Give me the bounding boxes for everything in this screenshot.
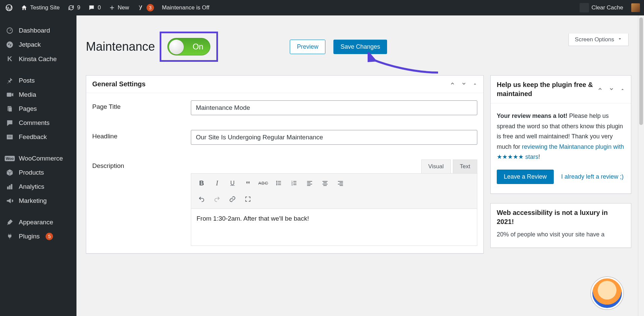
svg-rect-11 [11, 184, 12, 189]
svg-rect-13 [278, 181, 281, 182]
sidebar-item-label: Posts [19, 77, 35, 84]
wordpress-icon [5, 4, 13, 11]
svg-text:3: 3 [291, 184, 293, 186]
svg-point-14 [276, 182, 277, 183]
editor-tab-text[interactable]: Text [453, 160, 477, 173]
italic-icon[interactable]: I [210, 176, 224, 190]
new-label: New [118, 4, 129, 11]
screen-options-toggle[interactable]: Screen Options [569, 34, 629, 46]
underline-icon[interactable]: U [225, 176, 239, 190]
redo-icon[interactable] [210, 192, 224, 206]
maintenance-toggle[interactable]: On [167, 38, 210, 55]
sidebar-item-label: WooCommerce [19, 155, 63, 162]
clear-cache-label: Clear Cache [592, 4, 624, 11]
review-lead-tail: ! [538, 153, 540, 160]
seo-link[interactable]: 3 [133, 0, 158, 15]
new-link[interactable]: New [105, 0, 133, 15]
svg-rect-27 [307, 185, 311, 186]
svg-rect-15 [278, 183, 281, 183]
panel-down-icon[interactable] [609, 86, 614, 93]
svg-rect-26 [307, 184, 312, 185]
svg-rect-35 [340, 185, 343, 186]
refresh-icon [68, 4, 74, 11]
site-name-link[interactable]: Testing Site [17, 0, 64, 15]
clear-cache-link[interactable]: Clear Cache [576, 0, 628, 15]
bulleted-list-icon[interactable] [272, 176, 286, 190]
screen-options-label: Screen Options [575, 36, 614, 43]
preview-label: Preview [297, 43, 318, 50]
save-changes-button[interactable]: Save Changes [333, 40, 387, 54]
sidebar-item-dashboard[interactable]: Dashboard [0, 24, 76, 38]
sidebar-item-products[interactable]: Products [0, 166, 76, 180]
sidebar-item-marketing[interactable]: Marketing [0, 194, 76, 208]
preview-button[interactable]: Preview [290, 40, 325, 54]
svg-point-2 [7, 42, 13, 48]
wp-logo[interactable] [1, 0, 17, 15]
sidebar-item-analytics[interactable]: Analytics [0, 180, 76, 194]
site-name: Testing Site [30, 4, 60, 11]
plus-icon [109, 5, 115, 11]
plug-icon [5, 233, 14, 240]
mascot-icon[interactable] [591, 277, 623, 309]
undo-icon[interactable] [195, 192, 209, 206]
sidebar-item-media[interactable]: Media [0, 88, 76, 102]
sidebar-item-kinsta[interactable]: KKinsta Cache [0, 52, 76, 66]
panel-up-icon[interactable] [597, 86, 603, 93]
strike-icon[interactable]: ABC [256, 176, 270, 190]
svg-rect-34 [338, 184, 343, 185]
page-actions: Preview Save Changes [290, 40, 387, 54]
sidebar-item-label: Appearance [19, 219, 53, 226]
maintenance-status-link[interactable]: Maintenance is Off [158, 0, 213, 15]
sidebar-item-label: Dashboard [19, 27, 50, 34]
pages-icon [5, 105, 14, 112]
svg-rect-5 [9, 107, 12, 111]
toggle-knob [169, 40, 184, 54]
accessibility-teaser: 20% of people who visit your site have a [497, 231, 604, 238]
already-reviewed-link[interactable]: I already left a review ;) [561, 172, 624, 182]
bold-icon[interactable]: B [195, 176, 209, 190]
panel-collapse-icon[interactable] [473, 80, 477, 88]
description-editor[interactable]: From 1:30-2am. After that we'll be back! [191, 209, 477, 246]
page-title-label: Page Title [92, 100, 183, 110]
sidebar-item-woocommerce[interactable]: WooWooCommerce [0, 151, 76, 166]
svg-rect-24 [307, 181, 312, 182]
chevron-down-icon [618, 36, 622, 43]
panel-collapse-icon[interactable] [620, 86, 625, 93]
general-settings-panel: General Settings Page Title Headline [86, 75, 484, 254]
panel-down-icon[interactable] [461, 80, 467, 88]
numbered-list-icon[interactable]: 123 [287, 176, 301, 190]
align-center-icon[interactable] [318, 176, 332, 190]
headline-input[interactable] [191, 130, 477, 145]
sidebar-item-posts[interactable]: Posts [0, 74, 76, 88]
svg-rect-9 [7, 187, 9, 189]
align-left-icon[interactable] [303, 176, 317, 190]
comments-link[interactable]: 0 [84, 0, 105, 15]
svg-rect-29 [323, 182, 327, 183]
comment-icon [5, 119, 14, 127]
avatar-icon [631, 3, 640, 12]
sidebar-item-feedback[interactable]: Feedback [0, 130, 76, 144]
fullscreen-icon[interactable] [241, 192, 255, 206]
svg-rect-7 [8, 136, 12, 136]
review-panel: Help us keep the plugin free & maintaine… [490, 75, 631, 194]
sidebar-item-jetpack[interactable]: Jetpack [0, 38, 76, 52]
svg-rect-19 [293, 181, 297, 182]
sidebar-item-label: Jetpack [19, 41, 41, 48]
align-right-icon[interactable] [333, 176, 347, 190]
updates-count: 9 [77, 4, 80, 11]
sidebar-item-pages[interactable]: Pages [0, 102, 76, 116]
svg-rect-25 [307, 182, 311, 183]
panel-up-icon[interactable] [450, 80, 455, 88]
sidebar-item-appearance[interactable]: Appearance [0, 215, 76, 229]
my-account[interactable] [627, 0, 641, 15]
editor-tab-visual[interactable]: Visual [421, 160, 451, 173]
updates-link[interactable]: 9 [64, 0, 84, 15]
vertical-scrollbar[interactable] [638, 15, 644, 316]
quote-icon[interactable] [241, 176, 255, 190]
sidebar-item-plugins[interactable]: Plugins5 [0, 229, 76, 243]
link-icon[interactable] [225, 192, 239, 206]
scrollbar-thumb[interactable] [639, 17, 643, 125]
page-title-input[interactable] [191, 100, 477, 115]
leave-review-button[interactable]: Leave a Review [497, 170, 554, 184]
sidebar-item-comments[interactable]: Comments [0, 116, 76, 130]
